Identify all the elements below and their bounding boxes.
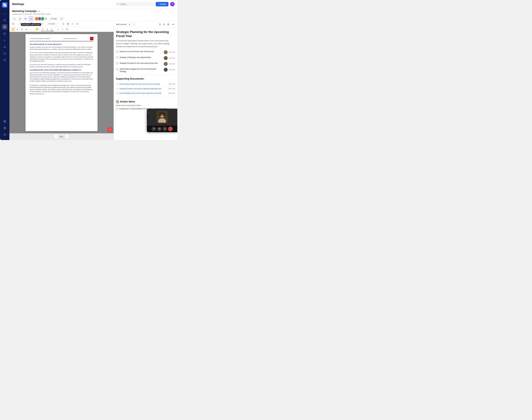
- search-input[interactable]: [120, 3, 152, 5]
- bold-text-tool[interactable]: A: [20, 27, 24, 31]
- svg-rect-18: [4, 120, 4, 121]
- pdf-content-area[interactable]: © NIELSEN NORMAN GROUP WWW.NNGROUP.COM 7…: [9, 32, 114, 133]
- panel-content-icon[interactable]: [158, 22, 162, 26]
- doc-size-3: 934.8 KB: [168, 92, 175, 94]
- undo-btn[interactable]: ↩: [56, 27, 60, 31]
- doc-item-2[interactable]: 📄 Strategic Review Document outlining ch…: [116, 87, 175, 91]
- view-mode-split[interactable]: [18, 16, 22, 21]
- comments-icon[interactable]: [59, 16, 64, 21]
- print-icon[interactable]: [66, 22, 70, 26]
- sidebar-item-network[interactable]: [2, 44, 7, 50]
- svg-rect-48: [42, 23, 43, 24]
- svg-point-12: [5, 46, 5, 46]
- svg-rect-19: [5, 120, 6, 121]
- content-badge: (6): [163, 23, 165, 25]
- sidebar-item-calendar[interactable]: [2, 24, 7, 30]
- agenda-item-label-4: Stakeholder Engagement and Communication…: [120, 68, 162, 73]
- panel-summary-icon[interactable]: [166, 22, 170, 26]
- right-panel-header: Add content: + (6): [114, 21, 177, 28]
- pdf-url: WWW.NNGROUP.COM: [63, 38, 77, 39]
- zoom-in-button[interactable]: [31, 22, 34, 26]
- camera-button[interactable]: 📷: [157, 127, 161, 131]
- agenda-checkbox-4[interactable]: [116, 68, 118, 70]
- meeting-options-icon[interactable]: •••: [38, 10, 40, 13]
- comment-icon[interactable]: [75, 22, 79, 26]
- more-options-button[interactable]: •••: [163, 127, 167, 131]
- svg-line-41: [28, 24, 29, 25]
- search-bar[interactable]: [115, 2, 154, 6]
- sidebar-item-settings[interactable]: [2, 125, 7, 131]
- svg-rect-53: [68, 24, 69, 25]
- meeting-header: Marketing Campaign ••• ☆ Sunday Feb 15, …: [9, 8, 177, 21]
- svg-point-35: [51, 18, 51, 19]
- view-mode-video[interactable]: [29, 16, 33, 21]
- text-color-c[interactable]: A: [50, 27, 54, 31]
- svg-rect-1: [5, 3, 6, 5]
- action-checkbox-1[interactable]: [116, 108, 118, 110]
- agenda-avatar-4: [164, 68, 168, 72]
- doc-name-1: Performance Report for the Current Fisca…: [119, 83, 167, 85]
- agenda-avatar-3: [164, 62, 168, 66]
- view-mode-simple[interactable]: [12, 16, 17, 21]
- user-avatar[interactable]: U: [170, 2, 174, 6]
- attendees-avatars: +4: [35, 17, 48, 21]
- agenda-item-2: Strategic Challenges and Opportunities 3…: [116, 56, 175, 60]
- supporting-docs-heading: Supporting Documents:: [116, 77, 175, 80]
- page-title: Meetings: [12, 2, 114, 6]
- svg-point-51: [63, 23, 64, 24]
- svg-line-52: [64, 24, 64, 25]
- create-button[interactable]: + Create: [156, 2, 169, 6]
- pdf-search-icon[interactable]: [61, 22, 65, 26]
- zoom-level[interactable]: 94%: [18, 22, 25, 25]
- doc-item-1[interactable]: 📄 Performance Report for the Current Fis…: [116, 82, 175, 87]
- end-call-button[interactable]: 📞: [168, 127, 173, 131]
- pan-tool-icon[interactable]: ✋: [35, 22, 39, 26]
- invite-button[interactable]: Invite: [49, 17, 58, 20]
- strike-text-tool[interactable]: A: [24, 27, 28, 31]
- sidebar-item-files[interactable]: [2, 51, 7, 56]
- panel-more-icon[interactable]: •••: [171, 22, 175, 26]
- sidebar-item-projects[interactable]: [2, 17, 7, 23]
- agenda-item-label-2: Strategic Challenges and Opportunities: [120, 56, 162, 59]
- color-picker-yellow[interactable]: [35, 28, 40, 31]
- toggle-sidebar-icon[interactable]: [11, 22, 15, 26]
- prev-page-button[interactable]: ‹: [54, 135, 58, 139]
- text-color-a[interactable]: A: [41, 27, 45, 31]
- agenda-checkbox-2[interactable]: [116, 56, 118, 59]
- zoom-out-button[interactable]: [26, 22, 30, 26]
- add-content-chevron[interactable]: [132, 23, 136, 26]
- sidebar-item-tasks[interactable]: [2, 31, 7, 36]
- agenda-item-3: Strategic Priorities for the Upcoming Fi…: [116, 62, 175, 66]
- logo[interactable]: [2, 2, 7, 8]
- svg-rect-27: [14, 18, 15, 19]
- video-content: ›: [147, 109, 177, 126]
- pdf-section1-title: THE IMPORTANCE OF GOOD DEFAULTS: [30, 44, 93, 45]
- svg-rect-0: [3, 3, 5, 5]
- highlight-tool[interactable]: A: [11, 27, 15, 31]
- doc-item-3[interactable]: 📄 Draft Strategic Plan for the Upcoming …: [116, 91, 175, 96]
- close-pdf-button[interactable]: ✕: [108, 127, 113, 132]
- selection-tool-icon[interactable]: [40, 22, 44, 26]
- sidebar-item-help[interactable]: [2, 132, 7, 137]
- sidebar-item-analytics[interactable]: [2, 37, 7, 43]
- svg-rect-21: [4, 122, 4, 122]
- add-content-plus[interactable]: +: [128, 23, 131, 26]
- sidebar-bottom: [2, 118, 7, 138]
- collapse-video-button[interactable]: ›: [147, 114, 148, 120]
- meeting-star-icon[interactable]: ☆: [41, 10, 43, 13]
- mute-button[interactable]: 🎤: [152, 127, 156, 131]
- fullscreen-icon[interactable]: [71, 22, 75, 26]
- text-color-b[interactable]: A: [45, 27, 49, 31]
- annotate-dropdown[interactable]: Annotate: [47, 22, 58, 25]
- agenda-checkbox-3[interactable]: [116, 62, 118, 64]
- eraser-btn[interactable]: [65, 27, 69, 31]
- next-page-button[interactable]: ›: [65, 135, 69, 139]
- sidebar-item-home[interactable]: ⌂: [2, 11, 7, 16]
- view-mode-columns[interactable]: [23, 16, 28, 21]
- redo-btn[interactable]: ↪: [60, 27, 64, 31]
- sidebar-item-history[interactable]: [2, 57, 7, 63]
- sidebar-item-grid[interactable]: [2, 119, 7, 124]
- arrow-tool[interactable]: →: [29, 27, 33, 31]
- agenda-checkbox-1[interactable]: [116, 51, 118, 53]
- text-tool[interactable]: A: [15, 27, 19, 31]
